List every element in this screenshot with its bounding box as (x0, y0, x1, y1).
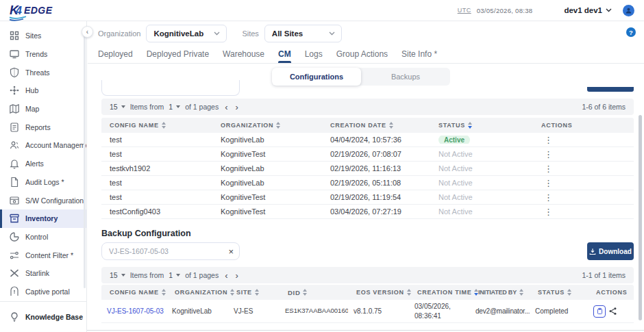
column-header-config-name[interactable]: CONFIG NAME (101, 122, 212, 129)
column-header-organization[interactable]: ORGANIZATION (166, 289, 228, 296)
row-menu-icon[interactable]: ⋮ (541, 207, 556, 217)
sidebar-item-kontrol[interactable]: Kontrol (0, 228, 86, 246)
config-table-row: testKognitiveTest02/19/2026, 11:19:54Not… (101, 190, 634, 205)
row-menu-icon[interactable]: ⋮ (541, 192, 556, 203)
column-header-initiated-by[interactable]: INITIATED BY (470, 289, 530, 296)
items-range-label: 1-1 of 1 items (582, 271, 626, 279)
status-badge: Not Active (438, 207, 473, 216)
doc-icon (9, 177, 20, 188)
sidebar-item-trends[interactable]: Trends (0, 45, 86, 64)
prev-page-button[interactable]: ‹ (223, 103, 229, 112)
backup-search-input[interactable] (109, 247, 228, 255)
sites-select[interactable]: All Sites (264, 25, 342, 42)
report-icon (9, 122, 20, 133)
subtab-backups[interactable]: Backups (361, 68, 450, 86)
sidebar-item-account-management[interactable]: Account Management (0, 136, 86, 155)
main-scrollbar[interactable] (639, 115, 642, 320)
status-badge: Not Active (438, 164, 473, 173)
upload-button-partial[interactable] (587, 87, 634, 92)
row-menu-icon[interactable]: ⋮ (541, 178, 556, 188)
column-label: INITIATED BY (478, 289, 517, 296)
sidebar-item-label: Account Management (25, 141, 86, 149)
column-label: SITE (236, 289, 252, 296)
timezone-label[interactable]: UTC (458, 7, 471, 14)
tab-warehouse[interactable]: Warehouse (223, 44, 264, 63)
tab-group-actions[interactable]: Group Actions (336, 44, 388, 63)
config-table-row: testKognitiveLab04/04/2024, 10:57:36Acti… (101, 133, 634, 147)
items-range-label: 1-6 of 6 items (582, 103, 626, 111)
sidebar-item-label: Kontrol (25, 233, 48, 241)
sidebar-item-inventory[interactable]: Inventory (0, 209, 86, 228)
sidebar-item-label: Threats (25, 68, 50, 77)
sidebar-scrollbar[interactable] (84, 29, 86, 288)
sidebar-item-captive-portal[interactable]: Captive portal (0, 283, 86, 301)
sidebar-item-reports[interactable]: Reports (0, 118, 86, 136)
config-table: CONFIG NAMEORGANIZATIONCREATION DATESTAT… (101, 118, 634, 219)
sidebar-item-label: Trends (25, 50, 47, 58)
items-from-label: Items from (130, 271, 164, 279)
page-size-select[interactable]: 15 (110, 271, 125, 279)
k4edge-logo[interactable]: K4 EDGE (10, 3, 53, 18)
sidebar-item-s-w-configuration[interactable]: S/W Configuration (0, 191, 86, 209)
cell-config-name-link[interactable]: VJ-ES-1607-05-03 (101, 307, 166, 316)
sidebar-item-label: Knowledge Base (25, 313, 83, 321)
row-menu-icon[interactable]: ⋮ (541, 135, 556, 145)
status-badge: Not Active (438, 193, 473, 201)
sidebar-item-hub[interactable]: Hub (0, 81, 86, 100)
chevron-down-icon (121, 274, 125, 277)
page-select[interactable]: 1 (169, 103, 180, 111)
cell-organization: KognitiveTest (212, 193, 322, 201)
sidebar-item-sites[interactable]: Sites (0, 27, 86, 45)
sidebar-item-threats[interactable]: Threats (0, 63, 86, 81)
subtab-configurations[interactable]: Configurations (272, 68, 361, 86)
share-icon[interactable] (608, 307, 617, 316)
sidebar-item-content-filter[interactable]: Content Filter * (0, 246, 86, 264)
tab-site-info[interactable]: Site Info * (401, 44, 437, 63)
column-header-creation-time[interactable]: CREATION TIME (409, 289, 470, 296)
row-menu-icon[interactable]: ⋮ (541, 164, 556, 174)
user-avatar-icon[interactable] (623, 5, 634, 16)
column-header-status[interactable]: STATUS (530, 289, 588, 296)
help-icon[interactable]: ? (626, 27, 636, 37)
page-select[interactable]: 1 (169, 271, 180, 279)
column-header-organization[interactable]: ORGANIZATION (212, 122, 322, 129)
clear-search-icon[interactable]: × (228, 247, 234, 256)
status-badge: Not Active (438, 179, 473, 187)
column-header-did[interactable]: DID (280, 289, 348, 296)
sidebar-item-alerts[interactable]: Alerts (0, 155, 86, 173)
next-page-button[interactable]: › (234, 271, 240, 280)
download-button[interactable]: Download (587, 242, 634, 260)
next-page-button[interactable]: › (234, 103, 240, 112)
sidebar-item-knowledge-base[interactable]: Knowledge Base (0, 309, 86, 324)
sidebar-item-starlink[interactable]: Starlink (0, 264, 86, 283)
prev-page-button[interactable]: ‹ (223, 271, 229, 280)
sidebar-item-map[interactable]: Map (0, 100, 86, 118)
bell-icon (9, 158, 20, 169)
top-bar: K4 EDGE UTC 03/05/2026, 08:38 dev1 dev1 (0, 0, 644, 21)
cell-config-name: test (101, 150, 212, 158)
cell-organization: KognitiveLab (212, 179, 322, 187)
tab-logs[interactable]: Logs (305, 44, 323, 63)
column-header-creation-date[interactable]: CREATION DATE (322, 122, 430, 129)
column-header-config-name[interactable]: CONFIG NAME (101, 289, 166, 296)
sidebar-collapse-button[interactable]: ‹ (82, 26, 93, 38)
backup-search: × (101, 242, 240, 260)
column-header-eos-version[interactable]: EOS VERSION (348, 289, 409, 296)
column-header-status[interactable]: STATUS (430, 122, 533, 129)
tab-deployed[interactable]: Deployed (98, 44, 133, 63)
tab-deployed-private[interactable]: Deployed Private (147, 44, 209, 63)
chevron-down-icon[interactable] (606, 8, 612, 12)
organization-select[interactable]: KognitiveLab (146, 25, 227, 42)
column-header-site[interactable]: SITE (228, 289, 280, 296)
cell-actions: ⋮ (533, 164, 634, 174)
lamp-icon (9, 311, 20, 322)
copy-icon[interactable] (593, 305, 606, 318)
sidebar-item-audit-logs[interactable]: Audit Logs * (0, 173, 86, 192)
page-size-select[interactable]: 15 (110, 103, 125, 111)
user-menu[interactable]: dev1 dev1 (564, 6, 602, 14)
cell-config-name: test (101, 136, 212, 144)
tab-cm[interactable]: CM (278, 44, 291, 63)
config-table-row: testKognitiveTest02/19/2026, 07:08:07Not… (101, 147, 634, 162)
row-menu-icon[interactable]: ⋮ (541, 149, 556, 159)
config-search-input-partial[interactable] (101, 80, 240, 96)
